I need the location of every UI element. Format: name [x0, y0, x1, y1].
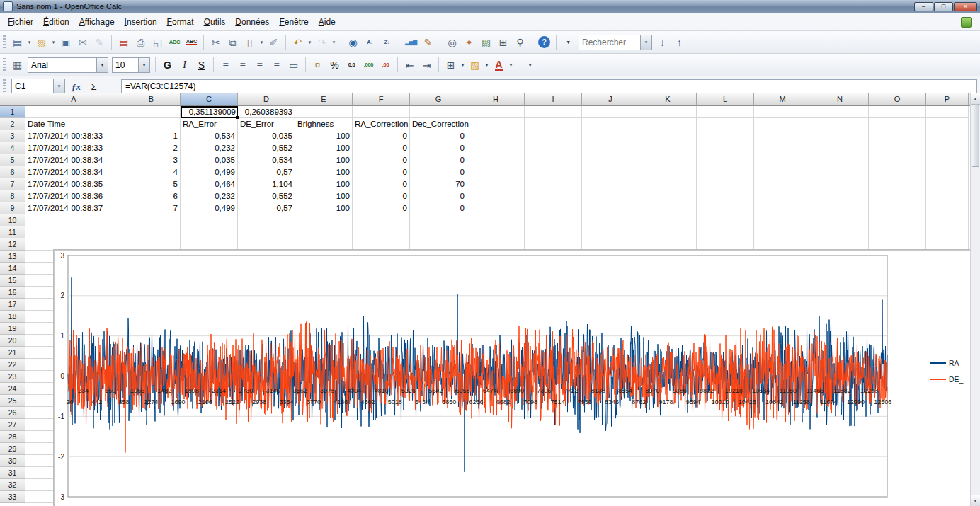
- find-next-button[interactable]: ↓: [654, 34, 671, 50]
- cell-F2[interactable]: RA_Correction: [353, 118, 410, 130]
- redo-button[interactable]: ↷: [314, 34, 330, 50]
- row-header-3[interactable]: 3: [0, 130, 25, 142]
- open-document-dropdown[interactable]: ▾: [50, 34, 57, 50]
- row-header-25[interactable]: 25: [0, 395, 25, 407]
- cell-H8[interactable]: [467, 190, 525, 202]
- cell-B8[interactable]: 6: [122, 190, 181, 202]
- cell-M6[interactable]: [754, 166, 811, 178]
- paste-dropdown[interactable]: ▾: [258, 34, 265, 50]
- cell-A2[interactable]: Date-Time: [25, 118, 122, 130]
- cell-D1[interactable]: 0,260389393: [238, 106, 295, 118]
- cell-P7[interactable]: [926, 178, 969, 190]
- export-pdf-button[interactable]: ▤: [115, 34, 132, 50]
- column-header-C[interactable]: C: [181, 93, 238, 106]
- cell-E7[interactable]: 100: [295, 178, 353, 190]
- column-header-B[interactable]: B: [122, 93, 181, 106]
- cell-M9[interactable]: [754, 202, 811, 214]
- cell-K4[interactable]: [639, 142, 697, 154]
- cell-O8[interactable]: [869, 190, 926, 202]
- cell-H3[interactable]: [467, 130, 525, 142]
- minimize-button[interactable]: –: [914, 2, 933, 11]
- cell-B3[interactable]: 1: [122, 130, 181, 142]
- sort-descending-button[interactable]: Z↓: [379, 34, 395, 50]
- row-header-17[interactable]: 17: [0, 299, 25, 311]
- formula-input[interactable]: [121, 79, 977, 94]
- borders-button[interactable]: ⊞: [443, 57, 459, 73]
- cell-A10[interactable]: [25, 214, 122, 226]
- cell-O6[interactable]: [869, 166, 926, 178]
- cell-E8[interactable]: 100: [295, 190, 353, 202]
- toolbar-drag-handle[interactable]: [3, 79, 6, 93]
- cell-H11[interactable]: [467, 226, 525, 238]
- cell-A7[interactable]: 17/07/2014-00:38:35: [25, 178, 122, 190]
- cell-P10[interactable]: [926, 214, 969, 226]
- cell-K2[interactable]: [639, 118, 697, 130]
- cell-D2[interactable]: DE_Error: [238, 118, 295, 130]
- row-header-28[interactable]: 28: [0, 431, 25, 443]
- row-header-6[interactable]: 6: [0, 166, 25, 178]
- row-header-15[interactable]: 15: [0, 275, 25, 287]
- cell-A5[interactable]: 17/07/2014-00:38:34: [25, 154, 122, 166]
- increase-indent-button[interactable]: ⇥: [418, 57, 435, 73]
- row-header-30[interactable]: 30: [0, 455, 25, 467]
- row-header-22[interactable]: 22: [0, 359, 25, 371]
- cell-G8[interactable]: 0: [410, 190, 467, 202]
- cell-D5[interactable]: 0,534: [238, 154, 295, 166]
- cell-I4[interactable]: [525, 142, 582, 154]
- cell-K10[interactable]: [639, 214, 697, 226]
- background-color-dropdown[interactable]: ▾: [484, 57, 490, 73]
- cell-N1[interactable]: [811, 106, 869, 118]
- paste-button[interactable]: ▯: [241, 34, 258, 50]
- cell-J3[interactable]: [582, 130, 639, 142]
- spellcheck-button[interactable]: ABC: [166, 34, 183, 50]
- cell-C2[interactable]: RA_Error: [181, 118, 238, 130]
- cell-K8[interactable]: [639, 190, 697, 202]
- insert-chart-button[interactable]: ▂▅▇: [403, 34, 419, 50]
- column-header-P[interactable]: P: [926, 93, 969, 106]
- cell-G10[interactable]: [410, 214, 467, 226]
- cell-N2[interactable]: [811, 118, 869, 130]
- merge-cells-button[interactable]: ▭: [285, 57, 302, 73]
- name-box-dropdown[interactable]: ▾: [53, 79, 64, 93]
- cell-J4[interactable]: [582, 142, 639, 154]
- cell-F7[interactable]: 0: [353, 178, 410, 190]
- menu-donnees[interactable]: Données: [230, 15, 274, 29]
- cell-B11[interactable]: [122, 226, 181, 238]
- cell-L7[interactable]: [697, 178, 754, 190]
- cell-A3[interactable]: 17/07/2014-00:38:33: [25, 130, 122, 142]
- data-sources-button[interactable]: ⊞: [495, 34, 511, 50]
- cell-P6[interactable]: [926, 166, 969, 178]
- cell-F8[interactable]: 0: [353, 190, 410, 202]
- column-header-K[interactable]: K: [639, 93, 697, 106]
- cell-K3[interactable]: [639, 130, 697, 142]
- print-file-button[interactable]: ⎙: [132, 34, 149, 50]
- column-header-A[interactable]: A: [25, 93, 122, 106]
- menu-aide[interactable]: Aide: [314, 15, 341, 29]
- cell-A11[interactable]: [25, 226, 122, 238]
- cell-H4[interactable]: [467, 142, 525, 154]
- cell-M11[interactable]: [754, 226, 811, 238]
- italic-button[interactable]: I: [176, 57, 193, 73]
- cell-P2[interactable]: [926, 118, 969, 130]
- cell-P4[interactable]: [926, 142, 969, 154]
- cell-A8[interactable]: 17/07/2014-00:38:36: [25, 190, 122, 202]
- cell-P3[interactable]: [926, 130, 969, 142]
- cell-E1[interactable]: [295, 106, 353, 118]
- cell-L2[interactable]: [697, 118, 754, 130]
- cut-button[interactable]: ✂: [207, 34, 224, 50]
- cell-J6[interactable]: [582, 166, 639, 178]
- cell-J10[interactable]: [582, 214, 639, 226]
- cell-A1[interactable]: [25, 106, 122, 118]
- cell-G11[interactable]: [410, 226, 467, 238]
- select-all-corner[interactable]: [0, 93, 25, 106]
- row-header-10[interactable]: 10: [0, 214, 25, 226]
- row-header-23[interactable]: 23: [0, 371, 25, 383]
- cell-B7[interactable]: 5: [122, 178, 181, 190]
- column-header-E[interactable]: E: [295, 93, 353, 106]
- font-color-button[interactable]: A: [491, 57, 507, 73]
- search-dropdown[interactable]: ▾: [640, 35, 651, 50]
- cell-B4[interactable]: 2: [122, 142, 181, 154]
- cell-E11[interactable]: [295, 226, 353, 238]
- edit-file-button[interactable]: ✎: [91, 34, 108, 50]
- number-format-percent-button[interactable]: %: [326, 57, 343, 73]
